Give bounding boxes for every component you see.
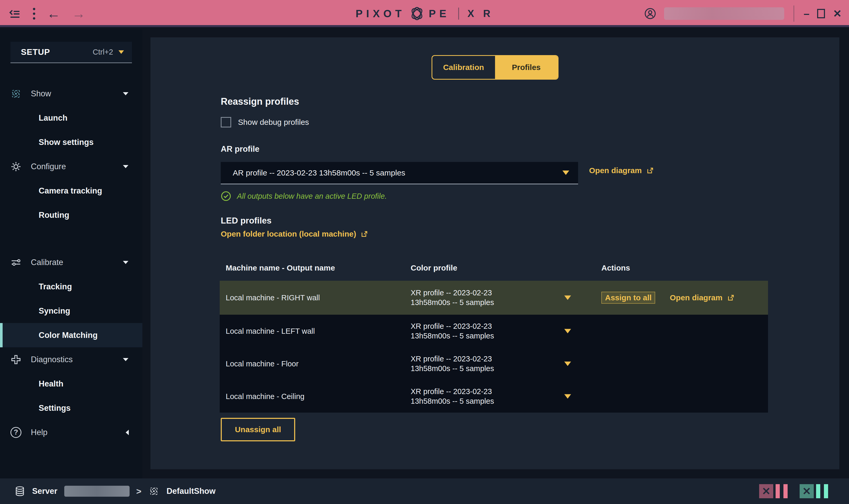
- sidebar-item-camera-tracking[interactable]: Camera tracking: [0, 179, 142, 203]
- open-folder-location-link[interactable]: Open folder location (local machine): [221, 230, 369, 238]
- forward-arrow-icon[interactable]: →: [72, 7, 85, 20]
- engine-pause-bar-teal[interactable]: [824, 484, 828, 498]
- user-account-icon[interactable]: [644, 7, 656, 20]
- engine-stop-indicator-pink[interactable]: ✕: [759, 484, 773, 498]
- sidebar-item-label: Syncing: [39, 306, 70, 316]
- sidebar-item-launch[interactable]: Launch: [0, 106, 142, 130]
- row-dropdown-chevron-icon[interactable]: [564, 329, 571, 333]
- pixotope-app-window: ← → PIXOT PE X R: [0, 0, 849, 504]
- sidebar-item-label: Calibrate: [31, 258, 63, 267]
- setup-chevron-down-icon: [119, 50, 124, 54]
- sidebar-item-show-settings[interactable]: Show settings: [0, 130, 142, 154]
- menu-kebab-icon[interactable]: [33, 8, 35, 20]
- led-profiles-heading: LED profiles: [221, 216, 271, 226]
- engine-pause-bar-pink[interactable]: [776, 484, 780, 498]
- show-debug-profiles-row[interactable]: Show debug profiles: [221, 117, 309, 127]
- row-dropdown-chevron-icon[interactable]: [564, 394, 571, 398]
- atom-logo-icon: [409, 5, 425, 22]
- assign-to-all-label: Assign to all: [605, 293, 652, 302]
- help-question-icon: ?: [10, 427, 22, 438]
- pixotope-logo: PIXOT PE X R: [356, 0, 493, 27]
- ar-profile-dropdown[interactable]: AR profile -- 2023-02-23 13h58m00s -- 5 …: [221, 162, 578, 184]
- show-debug-label: Show debug profiles: [238, 118, 309, 127]
- engine-pause-bar-pink[interactable]: [783, 484, 788, 498]
- sidebar-nav: Show Launch Show settings Configure: [0, 82, 142, 445]
- chevron-down-icon: [123, 261, 128, 264]
- sidebar-item-calibrate[interactable]: Calibrate: [0, 250, 142, 274]
- ar-profile-label: AR profile: [221, 144, 260, 154]
- server-name-redacted[interactable]: [64, 486, 129, 497]
- collapse-sidebar-icon[interactable]: [9, 8, 21, 19]
- open-diagram-label: Open diagram: [589, 166, 642, 175]
- sidebar-item-label: Diagnostics: [31, 355, 73, 364]
- sidebar-item-label: Tracking: [39, 282, 72, 291]
- color-profile-value: XR profile -- 2023-02-23 13h58m00s -- 5 …: [411, 354, 533, 374]
- sidebar-item-label: Show settings: [39, 138, 93, 147]
- sidebar-item-health[interactable]: Health: [0, 372, 142, 396]
- color-profile-value: XR profile -- 2023-02-23 13h58m00s -- 5 …: [411, 322, 533, 341]
- maximize-button[interactable]: [817, 9, 825, 18]
- led-status-message: All outputs below have an active LED pro…: [237, 192, 387, 201]
- sidebar-item-help[interactable]: ? Help: [0, 420, 142, 445]
- gear-icon: [10, 161, 22, 173]
- unassign-all-button[interactable]: Unassign all: [221, 418, 295, 441]
- sidebar-item-tracking[interactable]: Tracking: [0, 274, 142, 299]
- open-diagram-label: Open diagram: [670, 293, 723, 302]
- setup-label: SETUP: [21, 47, 50, 57]
- ar-open-diagram-link[interactable]: Open diagram: [589, 166, 654, 175]
- server-label[interactable]: Server: [32, 486, 57, 496]
- sidebar-item-routing[interactable]: Routing: [0, 203, 142, 227]
- engine-stop-indicator-teal[interactable]: ✕: [800, 484, 814, 498]
- back-arrow-icon[interactable]: ←: [47, 7, 60, 20]
- check-circle-icon: [221, 191, 231, 201]
- row-open-diagram-link[interactable]: Open diagram: [670, 293, 735, 302]
- sidebar-item-settings[interactable]: Settings: [0, 396, 142, 420]
- sidebar-item-label: Routing: [39, 211, 69, 220]
- row-dropdown-chevron-icon[interactable]: [564, 361, 571, 366]
- sidebar-item-label: Launch: [39, 113, 67, 123]
- ar-profile-value: AR profile -- 2023-02-23 13h58m00s -- 5 …: [233, 168, 405, 177]
- sidebar-item-color-matching[interactable]: Color Matching: [0, 323, 142, 347]
- column-header-machine: Machine name - Output name: [226, 264, 335, 272]
- chevron-down-icon: [123, 358, 128, 361]
- sidebar-item-label: Show: [31, 89, 51, 98]
- show-atom-icon: [10, 88, 22, 100]
- sidebar-item-label: Configure: [31, 162, 66, 171]
- chevron-down-icon: [123, 92, 128, 95]
- table-row-left-wall[interactable]: Local machine - LEFT wall XR profile -- …: [220, 315, 768, 347]
- color-matching-panel: Calibration Profiles Reassign profiles S…: [151, 37, 839, 469]
- show-debug-checkbox[interactable]: [221, 117, 231, 127]
- close-button[interactable]: ✕: [833, 8, 842, 19]
- led-profiles-table: Local machine - RIGHT wall XR profile --…: [220, 281, 768, 413]
- sidebar-item-configure[interactable]: Configure: [0, 154, 142, 179]
- row-dropdown-chevron-icon[interactable]: [564, 295, 571, 300]
- folder-link-label: Open folder location (local machine): [221, 230, 356, 238]
- table-row-right-wall[interactable]: Local machine - RIGHT wall XR profile --…: [220, 281, 768, 315]
- color-profile-value: XR profile -- 2023-02-23 13h58m00s -- 5 …: [411, 387, 533, 406]
- external-link-icon: [727, 293, 735, 302]
- statusbar: Server > DefaultShow ✕ ✕: [0, 479, 849, 504]
- setup-mode-selector[interactable]: SETUP Ctrl+2: [11, 42, 132, 63]
- logo-suffix-xr: X R: [467, 8, 493, 19]
- machine-output-name: Local machine - LEFT wall: [226, 327, 315, 335]
- table-row-ceiling[interactable]: Local machine - Ceiling XR profile -- 20…: [220, 380, 768, 413]
- chevron-left-icon: [126, 430, 129, 435]
- table-row-floor[interactable]: Local machine - Floor XR profile -- 2023…: [220, 347, 768, 380]
- machine-output-name: Local machine - Floor: [226, 359, 299, 368]
- engine-pause-bar-teal[interactable]: [816, 484, 820, 498]
- sidebar-item-syncing[interactable]: Syncing: [0, 299, 142, 323]
- current-show-name[interactable]: DefaultShow: [166, 486, 215, 496]
- user-email-redacted[interactable]: [664, 7, 784, 20]
- setup-shortcut: Ctrl+2: [93, 48, 113, 56]
- tab-calibration[interactable]: Calibration: [432, 56, 495, 79]
- tab-profiles[interactable]: Profiles: [495, 56, 558, 79]
- show-atom-icon: [148, 485, 160, 497]
- sidebar-item-show[interactable]: Show: [0, 82, 142, 106]
- minimize-button[interactable]: –: [803, 8, 809, 19]
- titlebar-divider: [794, 5, 794, 22]
- logo-text-left: PIXOT: [356, 8, 405, 20]
- sidebar-item-label: Settings: [39, 403, 71, 413]
- sidebar-item-diagnostics[interactable]: Diagnostics: [0, 347, 142, 372]
- assign-to-all-link[interactable]: Assign to all: [601, 292, 655, 304]
- reassign-profiles-heading: Reassign profiles: [221, 96, 299, 107]
